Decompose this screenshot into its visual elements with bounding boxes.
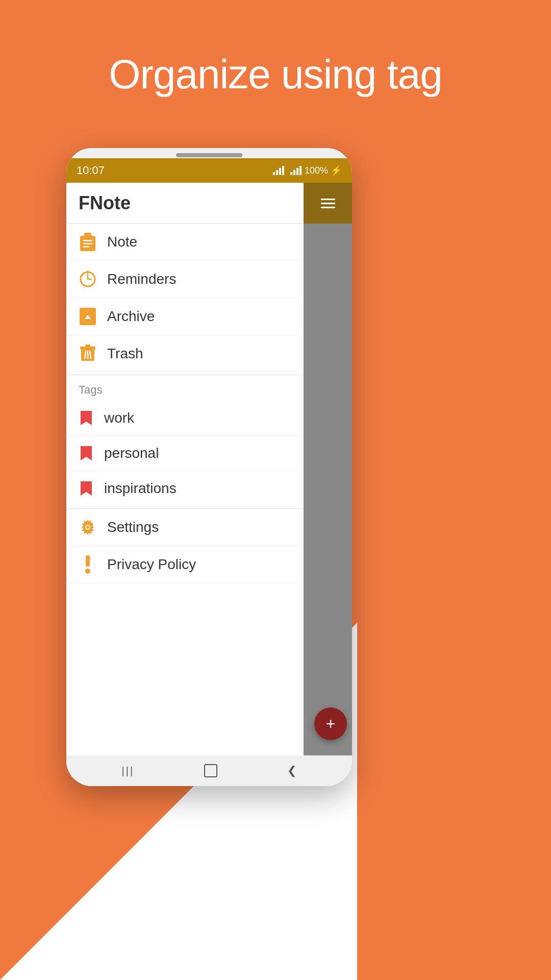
svg-rect-3: [83, 243, 92, 244]
phone-bottom-bar: ||| ❮: [66, 755, 352, 786]
svg-point-20: [86, 526, 89, 529]
svg-rect-4: [83, 246, 89, 248]
signal-bar-4: [282, 166, 284, 175]
archive-icon: [79, 307, 97, 326]
svg-rect-2: [83, 240, 92, 241]
page-title: Organize using tag: [0, 51, 551, 98]
settings-icon: [79, 518, 97, 536]
reminders-label: Reminders: [107, 271, 176, 287]
note-label: Note: [107, 234, 137, 250]
reminders-icon: [79, 270, 97, 288]
hamburger-line-2: [321, 203, 335, 204]
signal-bar2-4: [299, 166, 302, 175]
hamburger-line-3: [321, 207, 335, 208]
signal-bar-2: [276, 170, 278, 175]
privacy-label: Privacy Policy: [107, 556, 196, 573]
tag-inspirations-icon: [79, 479, 94, 498]
signal-bar2-1: [290, 172, 292, 175]
settings-label: Settings: [107, 519, 159, 535]
trash-label: Trash: [107, 346, 143, 362]
signal-bar-3: [279, 168, 281, 175]
archive-label: Archive: [107, 308, 155, 325]
signal-bar-1: [273, 172, 275, 175]
phone-top-bar: [66, 148, 352, 158]
app-title: FNote: [79, 192, 131, 214]
hamburger-icon: [321, 199, 335, 208]
tag-personal-icon: [79, 444, 94, 462]
battery-text: 100% ⚡: [305, 165, 342, 176]
hamburger-button[interactable]: [304, 183, 352, 224]
svg-rect-10: [80, 308, 96, 313]
tag-personal-label: personal: [104, 445, 159, 461]
right-panel: [304, 183, 352, 755]
fab-button[interactable]: +: [314, 707, 347, 740]
hamburger-line-1: [321, 199, 335, 200]
tag-work-label: work: [104, 410, 134, 426]
note-icon: [79, 233, 97, 251]
status-icons: 100% ⚡: [273, 165, 342, 176]
signal-bars-2: [290, 166, 302, 175]
svg-point-22: [85, 569, 90, 574]
back-button[interactable]: ❮: [287, 764, 296, 777]
tags-section-label: Tags: [79, 383, 102, 397]
signal-bars: [273, 166, 284, 175]
fab-icon: +: [326, 715, 336, 733]
status-time: 10:07: [77, 164, 105, 177]
svg-rect-14: [85, 345, 90, 348]
svg-rect-21: [86, 555, 90, 567]
signal-bar2-2: [293, 170, 295, 175]
phone-mockup: 10:07 100% ⚡ FNote: [66, 148, 352, 786]
privacy-icon: [79, 555, 97, 574]
trash-icon: [79, 345, 97, 363]
tag-inspirations-label: inspirations: [104, 480, 177, 497]
signal-bar2-3: [296, 168, 298, 175]
tag-work-icon: [79, 409, 94, 427]
recent-apps-button[interactable]: |||: [122, 765, 135, 777]
svg-point-8: [87, 271, 89, 274]
status-bar: 10:07 100% ⚡: [66, 158, 352, 183]
svg-rect-1: [84, 233, 91, 238]
home-button[interactable]: [204, 764, 217, 777]
phone-notch: [176, 153, 242, 157]
